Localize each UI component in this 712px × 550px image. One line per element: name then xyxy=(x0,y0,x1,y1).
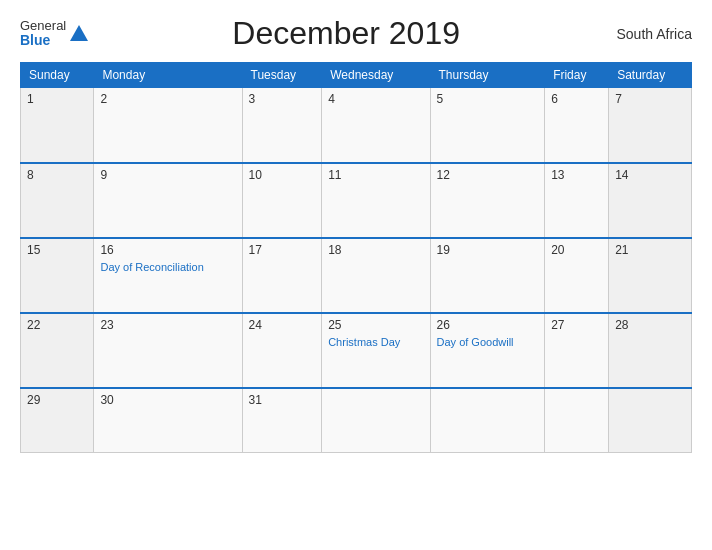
day-number: 2 xyxy=(100,92,235,106)
calendar-week-row: 1234567 xyxy=(21,88,692,163)
day-number: 16 xyxy=(100,243,235,257)
page-title: December 2019 xyxy=(90,15,602,52)
calendar-cell: 17 xyxy=(242,238,322,313)
day-number: 1 xyxy=(27,92,87,106)
day-number: 7 xyxy=(615,92,685,106)
day-number: 4 xyxy=(328,92,423,106)
page: General Blue December 2019 South Africa … xyxy=(0,0,712,550)
day-number: 6 xyxy=(551,92,602,106)
logo-blue: Blue xyxy=(20,32,50,48)
calendar-cell: 1 xyxy=(21,88,94,163)
calendar-cell: 14 xyxy=(609,163,692,238)
calendar-cell: 18 xyxy=(322,238,430,313)
calendar-week-row: 1516Day of Reconciliation1718192021 xyxy=(21,238,692,313)
calendar-cell: 27 xyxy=(545,313,609,388)
calendar-cell: 2 xyxy=(94,88,242,163)
calendar-cell: 25Christmas Day xyxy=(322,313,430,388)
day-number: 23 xyxy=(100,318,235,332)
calendar-cell xyxy=(430,388,545,453)
day-number: 28 xyxy=(615,318,685,332)
day-number: 17 xyxy=(249,243,316,257)
day-number: 21 xyxy=(615,243,685,257)
day-number: 26 xyxy=(437,318,539,332)
calendar-cell: 22 xyxy=(21,313,94,388)
calendar-cell: 13 xyxy=(545,163,609,238)
calendar-table: Sunday Monday Tuesday Wednesday Thursday… xyxy=(20,62,692,453)
calendar-cell: 29 xyxy=(21,388,94,453)
calendar-week-row: 22232425Christmas Day26Day of Goodwill27… xyxy=(21,313,692,388)
col-monday: Monday xyxy=(94,63,242,88)
day-number: 5 xyxy=(437,92,539,106)
day-number: 31 xyxy=(249,393,316,407)
calendar-cell xyxy=(609,388,692,453)
event-name: Day of Reconciliation xyxy=(100,260,235,274)
day-number: 14 xyxy=(615,168,685,182)
day-number: 22 xyxy=(27,318,87,332)
event-name: Day of Goodwill xyxy=(437,335,539,349)
calendar-cell: 3 xyxy=(242,88,322,163)
calendar-cell: 6 xyxy=(545,88,609,163)
calendar-cell: 10 xyxy=(242,163,322,238)
calendar-cell: 9 xyxy=(94,163,242,238)
day-number: 25 xyxy=(328,318,423,332)
day-number: 29 xyxy=(27,393,87,407)
day-number: 24 xyxy=(249,318,316,332)
header: General Blue December 2019 South Africa xyxy=(20,15,692,52)
calendar-cell: 4 xyxy=(322,88,430,163)
calendar-week-row: 891011121314 xyxy=(21,163,692,238)
logo-general: General xyxy=(20,18,66,33)
calendar-cell: 16Day of Reconciliation xyxy=(94,238,242,313)
calendar-cell: 15 xyxy=(21,238,94,313)
calendar-cell: 26Day of Goodwill xyxy=(430,313,545,388)
calendar-cell xyxy=(545,388,609,453)
calendar-cell: 8 xyxy=(21,163,94,238)
logo-icon xyxy=(68,23,90,45)
calendar-cell: 20 xyxy=(545,238,609,313)
day-number: 20 xyxy=(551,243,602,257)
col-thursday: Thursday xyxy=(430,63,545,88)
svg-marker-0 xyxy=(70,25,88,41)
day-number: 10 xyxy=(249,168,316,182)
day-number: 13 xyxy=(551,168,602,182)
col-friday: Friday xyxy=(545,63,609,88)
logo: General Blue xyxy=(20,19,90,49)
day-number: 9 xyxy=(100,168,235,182)
day-number: 18 xyxy=(328,243,423,257)
day-number: 30 xyxy=(100,393,235,407)
day-number: 19 xyxy=(437,243,539,257)
calendar-cell xyxy=(322,388,430,453)
calendar-cell: 5 xyxy=(430,88,545,163)
day-number: 27 xyxy=(551,318,602,332)
calendar-cell: 30 xyxy=(94,388,242,453)
days-header-row: Sunday Monday Tuesday Wednesday Thursday… xyxy=(21,63,692,88)
calendar-cell: 7 xyxy=(609,88,692,163)
logo-text: General Blue xyxy=(20,19,66,49)
calendar-cell: 31 xyxy=(242,388,322,453)
calendar-cell: 24 xyxy=(242,313,322,388)
calendar-cell: 11 xyxy=(322,163,430,238)
calendar-cell: 23 xyxy=(94,313,242,388)
day-number: 3 xyxy=(249,92,316,106)
event-name: Christmas Day xyxy=(328,335,423,349)
calendar-cell: 21 xyxy=(609,238,692,313)
day-number: 11 xyxy=(328,168,423,182)
calendar-cell: 28 xyxy=(609,313,692,388)
col-tuesday: Tuesday xyxy=(242,63,322,88)
country-label: South Africa xyxy=(602,26,692,42)
col-wednesday: Wednesday xyxy=(322,63,430,88)
col-sunday: Sunday xyxy=(21,63,94,88)
day-number: 8 xyxy=(27,168,87,182)
day-number: 15 xyxy=(27,243,87,257)
calendar-cell: 19 xyxy=(430,238,545,313)
day-number: 12 xyxy=(437,168,539,182)
calendar-week-row: 293031 xyxy=(21,388,692,453)
calendar-cell: 12 xyxy=(430,163,545,238)
col-saturday: Saturday xyxy=(609,63,692,88)
